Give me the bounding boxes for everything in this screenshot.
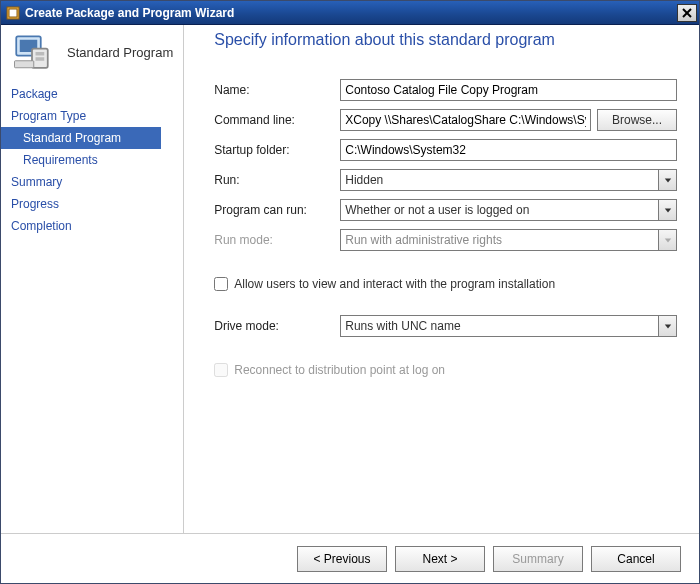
left-column: Standard Program Package Program Type St… [1,25,183,533]
content-area: Specify information about this standard … [183,25,699,533]
next-button[interactable]: Next > [395,546,485,572]
titlebar: Create Package and Program Wizard [1,1,699,25]
computer-icon [11,31,53,73]
body: Standard Program Package Program Type St… [1,25,699,583]
reconnect-row: Reconnect to distribution point at log o… [214,363,677,377]
drive-mode-value: Runs with UNC name [345,319,460,333]
svg-rect-7 [36,52,45,56]
sidebar-step-requirements[interactable]: Requirements [1,149,161,171]
svg-rect-9 [15,61,34,68]
sidebar-step-summary[interactable]: Summary [1,171,161,193]
svg-rect-1 [9,9,17,17]
sidebar-step-progress[interactable]: Progress [1,193,161,215]
run-mode-select: Run with administrative rights [340,229,677,251]
dropdown-arrow-icon [658,200,676,220]
allow-interact-row: Allow users to view and interact with th… [214,277,677,291]
program-can-run-value: Whether or not a user is logged on [345,203,529,217]
reconnect-checkbox [214,363,228,377]
svg-marker-13 [664,324,670,328]
svg-rect-8 [36,57,45,61]
app-icon [5,5,21,21]
name-input[interactable] [340,79,677,101]
svg-marker-10 [664,178,670,182]
button-bar: < Previous Next > Summary Cancel [1,533,699,583]
sidebar-step-program-type[interactable]: Program Type [1,105,161,127]
allow-interact-checkbox[interactable] [214,277,228,291]
run-select[interactable]: Hidden [340,169,677,191]
summary-button: Summary [493,546,583,572]
label-run-mode: Run mode: [214,233,334,247]
run-mode-value: Run with administrative rights [345,233,502,247]
label-name: Name: [214,83,334,97]
wizard-window: Create Package and Program Wizard [0,0,700,584]
dropdown-arrow-icon [658,170,676,190]
label-drive-mode: Drive mode: [214,319,334,333]
drive-mode-select[interactable]: Runs with UNC name [340,315,677,337]
label-command-line: Command line: [214,113,334,127]
window-title: Create Package and Program Wizard [25,6,677,20]
sidebar: Package Program Type Standard Program Re… [1,81,161,237]
run-select-value: Hidden [345,173,383,187]
dropdown-arrow-icon [658,316,676,336]
browse-button[interactable]: Browse... [597,109,677,131]
svg-marker-11 [664,208,670,212]
svg-marker-12 [664,238,670,242]
command-line-input[interactable] [340,109,591,131]
upper-area: Standard Program Package Program Type St… [1,25,699,533]
close-icon [682,8,692,18]
sidebar-step-package[interactable]: Package [1,83,161,105]
allow-interact-label: Allow users to view and interact with th… [234,277,555,291]
header-area: Standard Program [1,25,183,81]
previous-button[interactable]: < Previous [297,546,387,572]
startup-folder-input[interactable] [340,139,677,161]
label-startup-folder: Startup folder: [214,143,334,157]
dropdown-arrow-icon [658,230,676,250]
label-program-can-run: Program can run: [214,203,334,217]
page-heading: Specify information about this standard … [214,31,677,49]
cancel-button[interactable]: Cancel [591,546,681,572]
sidebar-step-standard-program[interactable]: Standard Program [1,127,161,149]
sidebar-step-completion[interactable]: Completion [1,215,161,237]
reconnect-label: Reconnect to distribution point at log o… [234,363,445,377]
label-run: Run: [214,173,334,187]
program-can-run-select[interactable]: Whether or not a user is logged on [340,199,677,221]
close-button[interactable] [677,4,697,22]
header-subtitle: Standard Program [67,45,173,60]
